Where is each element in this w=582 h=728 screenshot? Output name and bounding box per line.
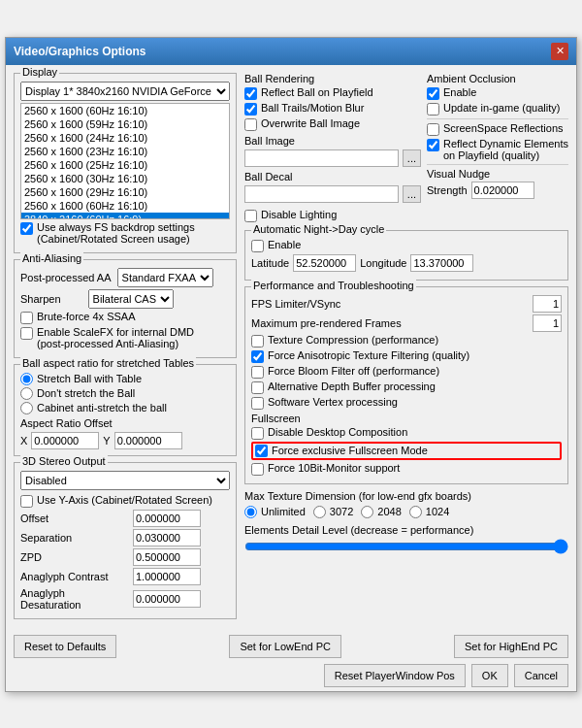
list-item-selected[interactable]: 3840 x 2160 (60Hz 16:9) (21, 213, 229, 219)
list-item[interactable]: 2560 x 1600 (60Hz 16:10) (21, 199, 229, 213)
list-item[interactable]: 2560 x 1600 (23Hz 16:10) (21, 145, 229, 158)
overwrite-ball-checkbox[interactable] (244, 118, 257, 131)
software-vertex-checkbox[interactable] (251, 397, 264, 410)
bottom-row1: Reset to Defaults Set for LowEnd PC Set … (6, 633, 576, 660)
visual-nudge-label: Visual Nudge (427, 168, 568, 180)
brute-force-checkbox[interactable] (20, 312, 33, 324)
anaglyph-desaturation-row: Anaglyph Desaturation (20, 587, 230, 611)
t2048-radio[interactable] (361, 506, 373, 518)
t1024-row: 1024 (409, 506, 449, 518)
ball-image-browse-btn[interactable]: ... (403, 149, 421, 167)
disable-desktop-checkbox[interactable] (251, 427, 264, 440)
overwrite-ball-row: Overwrite Ball Image (244, 117, 421, 131)
perf-group: Performance and Troubleshooting FPS Limi… (244, 286, 568, 484)
ball-trails-label: Ball Trails/Motion Blur (261, 102, 364, 114)
alternative-depth-row: Alternative Depth Buffer processing (251, 381, 562, 394)
longitude-input[interactable] (410, 254, 473, 272)
anti-aliasing-group: Anti-Aliasing Post-processed AA Standard… (14, 259, 237, 358)
t1024-radio[interactable] (409, 506, 422, 518)
list-item[interactable]: 2560 x 1600 (29Hz 16:10) (21, 185, 229, 199)
close-button[interactable]: ✕ (551, 43, 568, 60)
disable-lighting-checkbox[interactable] (244, 210, 257, 222)
force-exclusive-checkbox[interactable] (255, 445, 268, 457)
set-lowend-button[interactable]: Set for LowEnd PC (229, 635, 341, 658)
cabinet-anti-radio[interactable] (20, 402, 33, 414)
display-select[interactable]: Display 1* 3840x2160 NVIDIA GeForce (20, 82, 230, 101)
ball-aspect-group: Ball aspect ratio for stretched Tables S… (14, 364, 237, 456)
max-prerendered-input[interactable] (533, 314, 562, 332)
resolution-list[interactable]: 2560 x 1600 (60Hz 16:10) 2560 x 1600 (59… (20, 103, 230, 219)
cancel-button[interactable]: Cancel (514, 664, 568, 687)
ball-decal-browse-btn[interactable]: ... (403, 185, 421, 203)
t3072-radio[interactable] (313, 506, 326, 518)
list-item[interactable]: 2560 x 1600 (59Hz 16:10) (21, 117, 229, 131)
post-processed-select[interactable]: Standard FXAA (117, 268, 213, 287)
offset-input[interactable] (133, 510, 201, 527)
scalefx-row: Enable ScaleFX for internal DMD (post-pr… (20, 326, 230, 349)
stereo-select[interactable]: Disabled (20, 471, 230, 490)
screenspace-row: ScreenSpace Reflections (427, 122, 568, 136)
list-item[interactable]: 2560 x 1600 (24Hz 16:10) (21, 131, 229, 145)
ok-button[interactable]: OK (471, 664, 508, 687)
reset-player-button[interactable]: Reset PlayerWindow Pos (324, 664, 466, 687)
y-axis-checkbox[interactable] (20, 495, 33, 508)
stretch-ball-label: Stretch Ball with Table (37, 373, 142, 384)
anaglyph-contrast-input[interactable] (133, 568, 201, 585)
left-column: Display Display 1* 3840x2160 NVIDIA GeFo… (14, 73, 237, 625)
fs-backdrop-checkbox-row: Use always FS backdrop settings (Cabinet… (20, 221, 230, 245)
reflect-ball-row: Reflect Ball on Playfield (244, 86, 421, 100)
separation-input[interactable] (133, 529, 201, 546)
night-enable-checkbox[interactable] (251, 240, 264, 252)
ao-enable-row: Enable (427, 86, 568, 100)
anaglyph-desaturation-input[interactable] (133, 590, 201, 608)
force-bloom-label: Force Bloom Filter off (performance) (268, 365, 439, 377)
zpd-label: ZPD (20, 551, 127, 563)
y-axis-label: Use Y-Axis (Cabinet/Rotated Screen) (37, 494, 212, 506)
ao-update-checkbox[interactable] (427, 103, 439, 116)
aspect-ratio-offset-label: Aspect Ratio Offset (20, 417, 230, 429)
t1024-label: 1024 (426, 506, 449, 517)
dont-stretch-radio[interactable] (20, 387, 33, 400)
y-input[interactable] (114, 432, 182, 449)
xy-row: X Y (20, 432, 230, 449)
force-anisotropic-checkbox[interactable] (251, 350, 264, 363)
reflect-dynamic-checkbox[interactable] (427, 139, 439, 151)
elements-detail-label: Elements Detail Level (decrease = perfor… (244, 524, 568, 536)
scalefx-checkbox[interactable] (20, 327, 33, 340)
reset-defaults-button[interactable]: Reset to Defaults (14, 635, 116, 658)
zpd-input[interactable] (133, 548, 201, 566)
fs-backdrop-checkbox[interactable] (20, 222, 33, 235)
ambient-occlusion-section: Ambient Occlusion Enable Update in-game … (427, 73, 568, 224)
alternative-depth-checkbox[interactable] (251, 381, 264, 394)
sharpen-select[interactable]: Bilateral CAS (88, 289, 174, 309)
main-content: Display Display 1* 3840x2160 NVIDIA GeFo… (6, 65, 576, 633)
screenspace-checkbox[interactable] (427, 123, 439, 136)
ao-enable-checkbox[interactable] (427, 87, 439, 100)
reflect-dynamic-row: Reflect Dynamic Elements on Playfield (q… (427, 138, 568, 161)
texture-compression-label: Texture Compression (performance) (268, 334, 438, 346)
longitude-label: Longitude (360, 257, 406, 269)
stretch-ball-radio[interactable] (20, 373, 33, 385)
unlimited-radio[interactable] (244, 506, 257, 518)
set-highend-button[interactable]: Set for HighEnd PC (454, 635, 568, 658)
stretch-ball-row: Stretch Ball with Table (20, 373, 230, 385)
fps-input[interactable] (533, 295, 562, 313)
list-item[interactable]: 2560 x 1600 (60Hz 16:10) (21, 104, 229, 117)
ambient-occlusion-label: Ambient Occlusion (427, 73, 568, 84)
elements-detail-slider[interactable] (244, 538, 568, 555)
x-input[interactable] (31, 432, 99, 449)
max-prerendered-label: Maximum pre-rendered Frames (251, 317, 402, 329)
nudge-strength-label: Strength (427, 184, 468, 196)
nudge-strength-input[interactable] (471, 182, 534, 199)
list-item[interactable]: 2560 x 1600 (30Hz 16:10) (21, 172, 229, 185)
reflect-ball-checkbox[interactable] (244, 87, 257, 100)
force-bloom-checkbox[interactable] (251, 366, 264, 379)
ball-decal-label: Ball Decal (244, 171, 421, 182)
texture-compression-checkbox[interactable] (251, 335, 264, 347)
ball-trails-checkbox[interactable] (244, 103, 257, 116)
force-10bit-checkbox[interactable] (251, 463, 264, 476)
list-item[interactable]: 2560 x 1600 (25Hz 16:10) (21, 158, 229, 172)
unlimited-row: Unlimited (244, 506, 306, 518)
latitude-input[interactable] (293, 254, 356, 272)
max-texture-label: Max Texture Dimension (for low-end gfx b… (244, 490, 568, 502)
